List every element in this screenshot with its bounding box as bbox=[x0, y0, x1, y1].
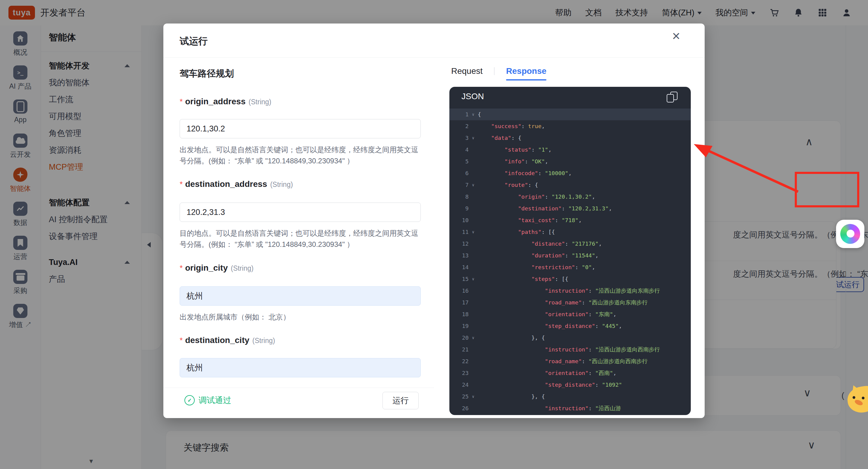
field-type: (String) bbox=[231, 264, 253, 272]
field-help-origin_city: 出发地点所属城市（例如： 北京） bbox=[180, 311, 424, 322]
origin_city-input[interactable] bbox=[180, 286, 421, 306]
divider bbox=[163, 57, 705, 58]
code-line: 13 "duration": "11544", bbox=[450, 250, 691, 261]
code-line: 11∨ "paths": [{ bbox=[450, 226, 691, 238]
code-line: 14 "restriction": "0", bbox=[450, 261, 691, 273]
field-label-origin_address: *origin_address(String) bbox=[180, 97, 271, 106]
line-number: 6 bbox=[453, 170, 469, 176]
line-number: 26 bbox=[453, 405, 469, 411]
code-line: 3∨ "data": { bbox=[450, 132, 691, 144]
code-text: "road_name": "西山游步道向东南步行 bbox=[478, 299, 648, 306]
code-text: "orientation": "西南", bbox=[478, 369, 616, 377]
code-line: 6 "infocode": "10000", bbox=[450, 167, 691, 179]
field-label-destination_address: *destination_address(String) bbox=[180, 179, 293, 189]
code-line: 19 "step_distance": "445", bbox=[450, 320, 691, 332]
code-text: "route": { bbox=[478, 182, 538, 188]
tab-response[interactable]: Response bbox=[506, 66, 547, 76]
field-label-origin_city: *origin_city(String) bbox=[180, 263, 253, 273]
code-text: }, { bbox=[478, 335, 545, 341]
code-line: 7∨ "route": { bbox=[450, 179, 691, 191]
code-text: "step_distance": "1092" bbox=[478, 382, 622, 388]
code-text: "paths": [{ bbox=[478, 229, 555, 235]
code-text: "step_distance": "445", bbox=[478, 323, 622, 329]
response-tabs: Request Response bbox=[451, 66, 547, 76]
code-line: 24 "step_distance": "1092" bbox=[450, 379, 691, 390]
line-number: 10 bbox=[453, 217, 469, 223]
tab-request[interactable]: Request bbox=[451, 66, 483, 76]
required-asterisk: * bbox=[180, 180, 183, 189]
line-number: 21 bbox=[453, 346, 469, 353]
line-number: 4 bbox=[453, 147, 469, 153]
code-text: "instruction": "沿西山游步道向西南步行 bbox=[478, 346, 660, 353]
close-icon[interactable]: × bbox=[672, 29, 680, 43]
field-name: destination_city bbox=[185, 336, 249, 345]
code-line: 12 "distance": "217176", bbox=[450, 238, 691, 250]
fold-chevron-icon[interactable]: ∨ bbox=[469, 336, 478, 340]
run-button[interactable]: 运行 bbox=[382, 392, 418, 409]
code-line: 23 "orientation": "西南", bbox=[450, 367, 691, 379]
origin_address-input[interactable] bbox=[180, 119, 421, 138]
code-text: "instruction": "沿西山游步道向东南步行 bbox=[478, 287, 660, 294]
code-line: 10 "taxi_cost": "718", bbox=[450, 214, 691, 226]
code-line: 4 "status": "1", bbox=[450, 144, 691, 156]
destination_address-input[interactable] bbox=[180, 202, 421, 222]
line-number: 18 bbox=[453, 311, 469, 317]
fold-chevron-icon[interactable]: ∨ bbox=[469, 183, 478, 187]
fold-chevron-icon[interactable]: ∨ bbox=[469, 394, 478, 399]
fold-chevron-icon[interactable]: ∨ bbox=[469, 112, 478, 117]
code-line: 21 "instruction": "沿西山游步道向西南步行 bbox=[450, 344, 691, 355]
line-number: 23 bbox=[453, 370, 469, 376]
code-line: 1∨{ bbox=[450, 108, 691, 120]
code-line: 5 "info": "OK", bbox=[450, 156, 691, 167]
line-number: 22 bbox=[453, 358, 469, 365]
copy-icon[interactable] bbox=[667, 92, 678, 102]
fold-chevron-icon[interactable]: ∨ bbox=[469, 230, 478, 234]
code-text: "restriction": "0", bbox=[478, 264, 595, 270]
code-line: 15∨ "steps": [{ bbox=[450, 273, 691, 285]
line-number: 16 bbox=[453, 287, 469, 294]
field-type: (String) bbox=[252, 337, 275, 345]
code-text: "infocode": "10000", bbox=[478, 170, 572, 176]
line-number: 25 bbox=[453, 393, 469, 400]
code-text: "taxi_cost": "718", bbox=[478, 217, 582, 223]
code-text: "info": "OK", bbox=[478, 158, 548, 164]
required-asterisk: * bbox=[180, 97, 183, 106]
code-text: "duration": "11544", bbox=[478, 252, 598, 259]
line-number: 13 bbox=[453, 252, 469, 259]
json-code[interactable]: 1∨{2 "success": true,3∨ "data": {4 "stat… bbox=[450, 106, 691, 415]
line-number: 1 bbox=[453, 111, 469, 118]
code-text: "success": true, bbox=[478, 123, 545, 129]
fold-chevron-icon[interactable]: ∨ bbox=[469, 277, 478, 281]
line-number: 24 bbox=[453, 382, 469, 388]
code-text: "distance": "217176", bbox=[478, 241, 602, 247]
code-text: "destination": "120.2,31.3", bbox=[478, 205, 612, 212]
fold-chevron-icon[interactable]: ∨ bbox=[469, 136, 478, 140]
line-number: 9 bbox=[453, 205, 469, 212]
tab-separator bbox=[494, 67, 495, 75]
field-help-destination_address: 目的地点。可以是自然语言关键词；也可以是经纬度，经纬度之间用英文逗号分隔。(例如… bbox=[180, 227, 424, 250]
line-number: 19 bbox=[453, 323, 469, 329]
code-line: 26 "instruction": "沿西山游 bbox=[450, 402, 691, 414]
field-name: destination_address bbox=[185, 179, 267, 189]
destination_city-input[interactable] bbox=[180, 358, 421, 377]
debug-status: ✓ 调试通过 bbox=[184, 395, 231, 406]
code-line: 25∨ }, { bbox=[450, 390, 691, 402]
json-panel-title: JSON bbox=[461, 92, 484, 101]
modal-title: 试运行 bbox=[180, 35, 208, 48]
field-name: origin_address bbox=[185, 97, 246, 106]
trial-run-modal: 试运行 × 驾车路径规划 *origin_address(String)出发地点… bbox=[163, 24, 705, 418]
line-number: 2 bbox=[453, 123, 469, 129]
line-number: 17 bbox=[453, 299, 469, 306]
line-number: 20 bbox=[453, 335, 469, 341]
line-number: 12 bbox=[453, 241, 469, 247]
tool-name: 驾车路径规划 bbox=[180, 67, 234, 80]
debug-status-text: 调试通过 bbox=[198, 395, 231, 406]
code-text: "road_name": "西山游步道向西南步行 bbox=[478, 357, 648, 365]
code-line: 9 "destination": "120.2,31.3", bbox=[450, 202, 691, 214]
divider bbox=[163, 387, 434, 388]
line-number: 8 bbox=[453, 193, 469, 200]
line-number: 11 bbox=[453, 229, 469, 235]
code-text: "origin": "120.1,30.2", bbox=[478, 193, 595, 200]
code-line: 22 "road_name": "西山游步道向西南步行 bbox=[450, 355, 691, 367]
code-text: "steps": [{ bbox=[478, 276, 568, 282]
